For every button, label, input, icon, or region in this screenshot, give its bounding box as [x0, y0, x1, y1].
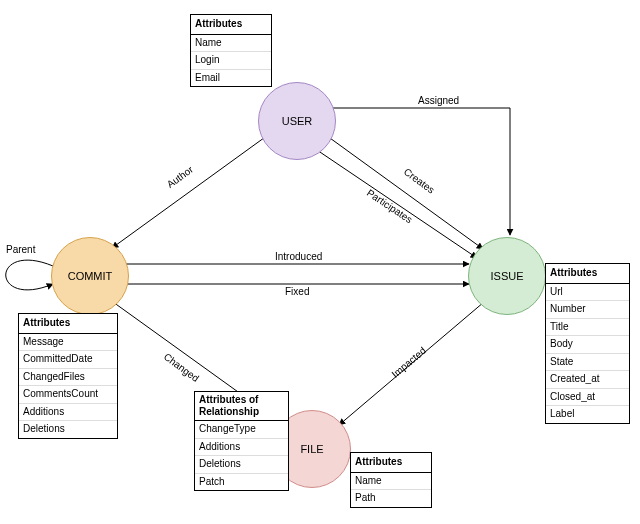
edge-label-fixed: Fixed — [285, 286, 309, 297]
table-row: Patch — [195, 474, 288, 491]
table-row: CommittedDate — [19, 351, 117, 369]
edge-label-assigned: Assigned — [418, 95, 459, 106]
edge-label-author: Author — [165, 164, 195, 190]
table-row: Message — [19, 334, 117, 352]
table-row: Additions — [19, 404, 117, 422]
table-row: Path — [351, 490, 431, 507]
table-row: Name — [191, 35, 271, 53]
table-row: Body — [546, 336, 629, 354]
table-row: Login — [191, 52, 271, 70]
table-header: Attributes of Relationship — [195, 392, 288, 421]
node-commit: COMMIT — [51, 237, 129, 315]
table-row: Url — [546, 284, 629, 302]
node-file-label: FILE — [300, 443, 323, 455]
diagram-canvas: { "nodes": { "user": { "label": "USER" }… — [0, 0, 640, 524]
table-row: Closed_at — [546, 389, 629, 407]
table-row: CommentsCount — [19, 386, 117, 404]
table-row: Title — [546, 319, 629, 337]
table-row: Label — [546, 406, 629, 423]
table-row: ChangedFiles — [19, 369, 117, 387]
node-commit-label: COMMIT — [68, 270, 113, 282]
table-header: Attributes — [351, 453, 431, 473]
issue-attributes-table: Attributes Url Number Title Body State C… — [545, 263, 630, 424]
table-row: ChangeType — [195, 421, 288, 439]
node-user-label: USER — [282, 115, 313, 127]
svg-line-0 — [112, 135, 268, 248]
table-row: Created_at — [546, 371, 629, 389]
edge-label-impacted: Impacted — [389, 345, 428, 380]
edge-label-changed: Changed — [162, 351, 201, 384]
table-header: Attributes — [191, 15, 271, 35]
table-header: Attributes — [546, 264, 629, 284]
edge-label-parent: Parent — [6, 244, 35, 255]
svg-line-1 — [323, 133, 483, 249]
table-row: Email — [191, 70, 271, 87]
edge-label-creates: Creates — [402, 166, 437, 195]
table-row: Deletions — [19, 421, 117, 438]
relationship-attributes-table: Attributes of Relationship ChangeType Ad… — [194, 391, 289, 491]
node-issue: ISSUE — [468, 237, 546, 315]
table-row: Number — [546, 301, 629, 319]
table-row: State — [546, 354, 629, 372]
table-row: Name — [351, 473, 431, 491]
file-attributes-table: Attributes Name Path — [350, 452, 432, 508]
edge-label-introduced: Introduced — [275, 251, 322, 262]
node-issue-label: ISSUE — [490, 270, 523, 282]
commit-attributes-table: Attributes Message CommittedDate Changed… — [18, 313, 118, 439]
table-row: Additions — [195, 439, 288, 457]
table-row: Deletions — [195, 456, 288, 474]
user-attributes-table: Attributes Name Login Email — [190, 14, 272, 87]
edge-label-participates: Participates — [365, 187, 414, 225]
table-header: Attributes — [19, 314, 117, 334]
node-user: USER — [258, 82, 336, 160]
